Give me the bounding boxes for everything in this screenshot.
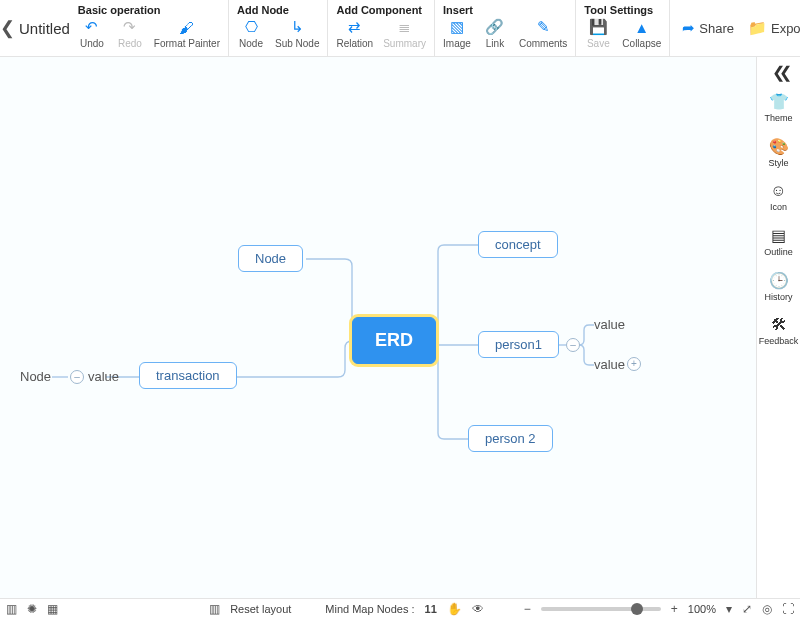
panel-collapse-button[interactable]: ❮❮ <box>772 63 786 82</box>
node-label: Node <box>239 38 263 49</box>
summary-button: ≣Summary <box>383 18 426 49</box>
summary-label: Summary <box>383 38 426 49</box>
node-person2[interactable]: person 2 <box>468 425 553 452</box>
node-center-erd[interactable]: ERD <box>352 317 436 364</box>
redo-icon: ↷ <box>121 18 139 36</box>
node-node[interactable]: Node <box>238 245 303 272</box>
relation-icon: ⇄ <box>346 18 364 36</box>
undo-icon: ↶ <box>83 18 101 36</box>
ribbon-group-title: Tool Settings <box>584 4 661 16</box>
relation-label: Relation <box>336 38 373 49</box>
ribbon-group-basic-operation: Basic operation↶Undo↷Redo🖌Format Painter <box>70 0 229 56</box>
chevron-left-icon: ❮ <box>0 17 15 39</box>
ribbon-group-title: Basic operation <box>78 4 220 16</box>
right-panel: ❮❮ 👕Theme🎨Style☺Icon▤Outline🕒History🛠Fee… <box>756 57 800 598</box>
format-painter-button[interactable]: 🖌Format Painter <box>154 18 220 49</box>
redo-label: Redo <box>118 38 142 49</box>
history-icon: 🕒 <box>769 271 789 290</box>
collapse-toggle-icon[interactable]: – <box>70 370 84 384</box>
share-button[interactable]: ➦Share <box>682 19 734 37</box>
feedback-icon: 🛠 <box>771 316 787 334</box>
undo-label: Undo <box>80 38 104 49</box>
feedback-label: Feedback <box>759 336 799 346</box>
ribbon-group-add-node: Add Node⎔Node↳Sub Node <box>229 0 328 56</box>
back-button[interactable]: ❮ <box>0 0 15 56</box>
status-bar: ▥ ✺ ▦ ▥ Reset layout Mind Map Nodes : 11… <box>0 598 800 618</box>
panel-item-icon[interactable]: ☺Icon <box>759 182 799 212</box>
export-label: Export <box>771 21 800 36</box>
ribbon-group-tool-settings: Tool Settings💾Save▲Collapse <box>576 0 669 56</box>
format-painter-icon: 🖌 <box>178 18 196 36</box>
hand-tool-icon[interactable]: ✋ <box>447 602 462 616</box>
save-icon: 💾 <box>589 18 607 36</box>
ribbon-group-add-component: Add Component⇄Relation≣Summary <box>328 0 435 56</box>
export-icon: 📁 <box>748 19 767 37</box>
relation-button[interactable]: ⇄Relation <box>336 18 373 49</box>
format-painter-label: Format Painter <box>154 38 220 49</box>
nodes-count-value: 11 <box>425 603 437 615</box>
zoom-slider-knob[interactable] <box>631 603 643 615</box>
ribbon-group-title: Add Component <box>336 4 426 16</box>
leaf-value-2[interactable]: value <box>594 357 625 372</box>
sub-node-label: Sub Node <box>275 38 319 49</box>
chevron-down-icon[interactable]: ▾ <box>726 602 732 616</box>
node-person1[interactable]: person1 <box>478 331 559 358</box>
fullscreen-icon[interactable]: ⛶ <box>782 602 794 616</box>
eye-icon[interactable]: 👁 <box>472 602 484 616</box>
panel-item-history[interactable]: 🕒History <box>759 271 799 302</box>
reset-layout-button[interactable]: Reset layout <box>230 603 291 615</box>
share-label: Share <box>699 21 734 36</box>
panel-item-outline[interactable]: ▤Outline <box>759 226 799 257</box>
focus-icon[interactable]: ◎ <box>762 602 772 616</box>
collapse-toggle-icon[interactable]: – <box>566 338 580 352</box>
save-button: 💾Save <box>584 18 612 49</box>
comments-icon: ✎ <box>534 18 552 36</box>
zoom-out-button[interactable]: − <box>524 602 531 616</box>
outline-label: Outline <box>764 247 793 257</box>
zoom-slider[interactable] <box>541 607 661 611</box>
node-transaction[interactable]: transaction <box>139 362 237 389</box>
node-concept[interactable]: concept <box>478 231 558 258</box>
leaf-node[interactable]: Node <box>20 369 51 384</box>
theme-icon: 👕 <box>769 92 789 111</box>
theme-label: Theme <box>764 113 792 123</box>
add-child-icon[interactable]: + <box>627 357 641 371</box>
reset-layout-icon: ▥ <box>209 602 220 616</box>
ribbon-group-title: Insert <box>443 4 567 16</box>
brightness-icon[interactable]: ✺ <box>27 602 37 616</box>
grid-icon[interactable]: ▦ <box>47 602 58 616</box>
comments-button[interactable]: ✎Comments <box>519 18 567 49</box>
fit-screen-icon[interactable]: ⤢ <box>742 602 752 616</box>
layers-icon[interactable]: ▥ <box>6 602 17 616</box>
collapse-button[interactable]: ▲Collapse <box>622 18 661 49</box>
history-label: History <box>764 292 792 302</box>
panel-item-theme[interactable]: 👕Theme <box>759 92 799 123</box>
image-label: Image <box>443 38 471 49</box>
export-button[interactable]: 📁Export <box>748 19 800 37</box>
icon-label: Icon <box>770 202 787 212</box>
document-title[interactable]: Untitled <box>15 0 70 56</box>
outline-icon: ▤ <box>771 226 786 245</box>
node-button[interactable]: ⎔Node <box>237 18 265 49</box>
icon-icon: ☺ <box>770 182 786 200</box>
leaf-value-left[interactable]: value <box>88 369 119 384</box>
collapse-icon: ▲ <box>633 18 651 36</box>
zoom-in-button[interactable]: + <box>671 602 678 616</box>
collapse-label: Collapse <box>622 38 661 49</box>
zoom-percent: 100% <box>688 603 716 615</box>
link-button[interactable]: 🔗Link <box>481 18 509 49</box>
link-label: Link <box>486 38 504 49</box>
share-icon: ➦ <box>682 19 695 37</box>
undo-button[interactable]: ↶Undo <box>78 18 106 49</box>
image-icon: ▧ <box>448 18 466 36</box>
sub-node-button[interactable]: ↳Sub Node <box>275 18 319 49</box>
save-label: Save <box>587 38 610 49</box>
style-icon: 🎨 <box>769 137 789 156</box>
diagram-canvas[interactable]: ERD Node transaction concept person1 per… <box>0 57 756 598</box>
panel-item-feedback[interactable]: 🛠Feedback <box>759 316 799 346</box>
image-button[interactable]: ▧Image <box>443 18 471 49</box>
leaf-value-1[interactable]: value <box>594 317 625 332</box>
panel-item-style[interactable]: 🎨Style <box>759 137 799 168</box>
node-icon: ⎔ <box>242 18 260 36</box>
ribbon-group-title: Add Node <box>237 4 319 16</box>
